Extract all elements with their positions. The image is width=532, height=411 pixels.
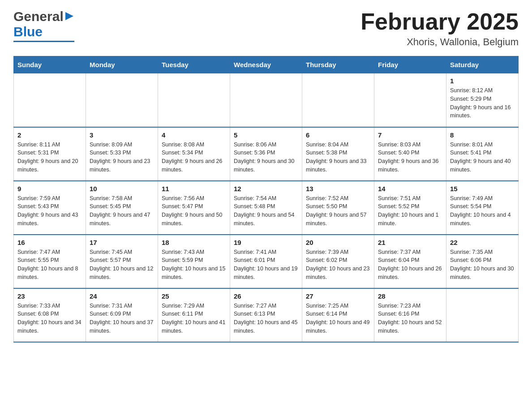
calendar-cell: 11Sunrise: 7:56 AM Sunset: 5:47 PM Dayli… [158, 181, 230, 235]
day-info: Sunrise: 7:49 AM Sunset: 5:54 PM Dayligh… [450, 194, 515, 228]
day-number: 2 [17, 131, 82, 139]
day-number: 10 [90, 185, 154, 193]
calendar-cell: 20Sunrise: 7:39 AM Sunset: 6:02 PM Dayli… [302, 235, 374, 288]
header-monday: Monday [86, 56, 158, 73]
calendar-cell: 17Sunrise: 7:45 AM Sunset: 5:57 PM Dayli… [86, 235, 158, 288]
day-number: 8 [450, 131, 515, 139]
day-info: Sunrise: 7:56 AM Sunset: 5:47 PM Dayligh… [162, 194, 226, 228]
calendar-cell: 19Sunrise: 7:41 AM Sunset: 6:01 PM Dayli… [230, 235, 302, 288]
calendar-subtitle: Xhoris, Wallonia, Belgium [360, 36, 519, 48]
calendar-week-row: 9Sunrise: 7:59 AM Sunset: 5:43 PM Daylig… [14, 181, 519, 235]
header-sunday: Sunday [14, 56, 86, 73]
calendar-cell: 27Sunrise: 7:25 AM Sunset: 6:14 PM Dayli… [302, 288, 374, 342]
day-info: Sunrise: 7:25 AM Sunset: 6:14 PM Dayligh… [306, 302, 370, 335]
calendar-week-row: 1Sunrise: 8:12 AM Sunset: 5:29 PM Daylig… [14, 73, 519, 127]
day-info: Sunrise: 8:12 AM Sunset: 5:29 PM Dayligh… [450, 86, 515, 120]
day-info: Sunrise: 7:23 AM Sunset: 6:16 PM Dayligh… [378, 302, 442, 335]
day-number: 28 [378, 292, 442, 300]
day-number: 13 [306, 185, 370, 193]
calendar-week-row: 16Sunrise: 7:47 AM Sunset: 5:55 PM Dayli… [14, 235, 519, 288]
calendar-cell: 4Sunrise: 8:08 AM Sunset: 5:34 PM Daylig… [158, 127, 230, 181]
day-number: 24 [90, 292, 154, 300]
day-info: Sunrise: 8:09 AM Sunset: 5:33 PM Dayligh… [90, 141, 154, 174]
day-number: 18 [162, 239, 226, 246]
logo-arrow-icon [64, 11, 74, 21]
day-number: 5 [234, 131, 298, 139]
header-saturday: Saturday [446, 56, 519, 73]
calendar-cell [446, 288, 519, 342]
day-info: Sunrise: 7:29 AM Sunset: 6:11 PM Dayligh… [162, 302, 226, 335]
day-number: 25 [162, 292, 226, 300]
day-info: Sunrise: 8:01 AM Sunset: 5:41 PM Dayligh… [450, 141, 515, 174]
calendar-cell: 23Sunrise: 7:33 AM Sunset: 6:08 PM Dayli… [14, 288, 86, 342]
day-number: 14 [378, 185, 442, 193]
calendar-cell: 25Sunrise: 7:29 AM Sunset: 6:11 PM Dayli… [158, 288, 230, 342]
calendar-cell: 3Sunrise: 8:09 AM Sunset: 5:33 PM Daylig… [86, 127, 158, 181]
calendar-week-row: 2Sunrise: 8:11 AM Sunset: 5:31 PM Daylig… [14, 127, 519, 181]
calendar-cell: 7Sunrise: 8:03 AM Sunset: 5:40 PM Daylig… [374, 127, 446, 181]
logo-underline [13, 41, 74, 42]
calendar-header-row: Sunday Monday Tuesday Wednesday Thursday… [14, 56, 519, 73]
day-info: Sunrise: 8:06 AM Sunset: 5:36 PM Dayligh… [234, 141, 298, 174]
day-number: 7 [378, 131, 442, 139]
day-number: 22 [450, 239, 515, 246]
logo: General Blue [13, 9, 74, 42]
calendar-title-block: February 2025 Xhoris, Wallonia, Belgium [360, 9, 519, 48]
calendar-table: Sunday Monday Tuesday Wednesday Thursday… [13, 56, 519, 342]
calendar-cell: 26Sunrise: 7:27 AM Sunset: 6:13 PM Dayli… [230, 288, 302, 342]
day-number: 27 [306, 292, 370, 300]
logo-blue: Blue [13, 24, 43, 39]
day-info: Sunrise: 7:27 AM Sunset: 6:13 PM Dayligh… [234, 302, 298, 335]
day-number: 23 [17, 292, 82, 300]
day-number: 1 [450, 77, 515, 85]
calendar-cell: 9Sunrise: 7:59 AM Sunset: 5:43 PM Daylig… [14, 181, 86, 235]
calendar-cell: 16Sunrise: 7:47 AM Sunset: 5:55 PM Dayli… [14, 235, 86, 288]
header-wednesday: Wednesday [230, 56, 302, 73]
day-info: Sunrise: 7:52 AM Sunset: 5:50 PM Dayligh… [306, 194, 370, 228]
day-info: Sunrise: 8:11 AM Sunset: 5:31 PM Dayligh… [17, 141, 82, 174]
day-info: Sunrise: 7:37 AM Sunset: 6:04 PM Dayligh… [378, 248, 442, 282]
calendar-cell: 24Sunrise: 7:31 AM Sunset: 6:09 PM Dayli… [86, 288, 158, 342]
calendar-cell: 28Sunrise: 7:23 AM Sunset: 6:16 PM Dayli… [374, 288, 446, 342]
calendar-cell: 14Sunrise: 7:51 AM Sunset: 5:52 PM Dayli… [374, 181, 446, 235]
day-info: Sunrise: 7:41 AM Sunset: 6:01 PM Dayligh… [234, 248, 298, 282]
day-number: 19 [234, 239, 298, 246]
day-info: Sunrise: 7:35 AM Sunset: 6:06 PM Dayligh… [450, 248, 515, 282]
svg-marker-0 [65, 12, 73, 20]
day-info: Sunrise: 8:08 AM Sunset: 5:34 PM Dayligh… [162, 141, 226, 174]
day-info: Sunrise: 7:39 AM Sunset: 6:02 PM Dayligh… [306, 248, 370, 282]
calendar-cell: 12Sunrise: 7:54 AM Sunset: 5:48 PM Dayli… [230, 181, 302, 235]
calendar-cell: 21Sunrise: 7:37 AM Sunset: 6:04 PM Dayli… [374, 235, 446, 288]
day-number: 26 [234, 292, 298, 300]
calendar-title: February 2025 [360, 9, 519, 34]
calendar-cell: 5Sunrise: 8:06 AM Sunset: 5:36 PM Daylig… [230, 127, 302, 181]
day-number: 12 [234, 185, 298, 193]
calendar-cell [302, 73, 374, 127]
day-number: 6 [306, 131, 370, 139]
calendar-cell: 22Sunrise: 7:35 AM Sunset: 6:06 PM Dayli… [446, 235, 519, 288]
calendar-cell: 8Sunrise: 8:01 AM Sunset: 5:41 PM Daylig… [446, 127, 519, 181]
header-friday: Friday [374, 56, 446, 73]
day-info: Sunrise: 7:45 AM Sunset: 5:57 PM Dayligh… [90, 248, 154, 282]
day-number: 21 [378, 239, 442, 246]
day-number: 16 [17, 239, 82, 246]
header-tuesday: Tuesday [158, 56, 230, 73]
header-thursday: Thursday [302, 56, 374, 73]
day-info: Sunrise: 7:58 AM Sunset: 5:45 PM Dayligh… [90, 194, 154, 228]
logo-general: General [13, 9, 64, 24]
calendar-cell [86, 73, 158, 127]
day-info: Sunrise: 7:51 AM Sunset: 5:52 PM Dayligh… [378, 194, 442, 228]
day-info: Sunrise: 7:33 AM Sunset: 6:08 PM Dayligh… [17, 302, 82, 335]
day-info: Sunrise: 7:54 AM Sunset: 5:48 PM Dayligh… [234, 194, 298, 228]
day-info: Sunrise: 8:03 AM Sunset: 5:40 PM Dayligh… [378, 141, 442, 174]
day-number: 17 [90, 239, 154, 246]
calendar-week-row: 23Sunrise: 7:33 AM Sunset: 6:08 PM Dayli… [14, 288, 519, 342]
calendar-cell: 1Sunrise: 8:12 AM Sunset: 5:29 PM Daylig… [446, 73, 519, 127]
day-info: Sunrise: 8:04 AM Sunset: 5:38 PM Dayligh… [306, 141, 370, 174]
day-number: 3 [90, 131, 154, 139]
calendar-cell: 6Sunrise: 8:04 AM Sunset: 5:38 PM Daylig… [302, 127, 374, 181]
calendar-cell: 18Sunrise: 7:43 AM Sunset: 5:59 PM Dayli… [158, 235, 230, 288]
calendar-cell [374, 73, 446, 127]
day-number: 9 [17, 185, 82, 193]
day-info: Sunrise: 7:47 AM Sunset: 5:55 PM Dayligh… [17, 248, 82, 282]
